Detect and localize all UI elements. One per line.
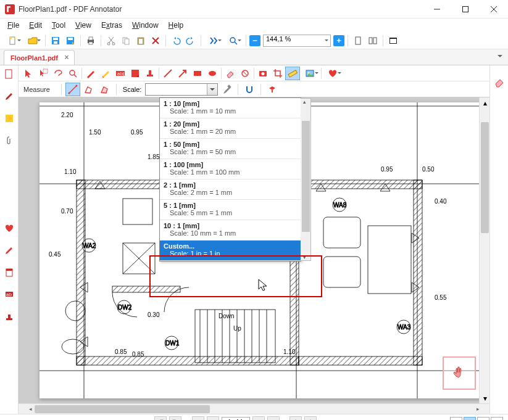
pan-hand-panel[interactable] (443, 356, 476, 390)
close-button[interactable] (480, 0, 508, 19)
sidebar-note-icon[interactable] (3, 112, 15, 125)
menu-view[interactable]: View (70, 20, 96, 31)
menu-help[interactable]: Help (164, 20, 189, 31)
page-thumb-next-button[interactable] (169, 416, 181, 421)
open-button[interactable] (23, 34, 42, 47)
sidebar-document-icon[interactable] (3, 68, 15, 80)
print-button[interactable] (84, 34, 98, 47)
view-single-button[interactable] (450, 417, 462, 421)
lasso-tool[interactable] (51, 67, 65, 80)
scale-option[interactable]: 10 : 1 [mm]Scale: 10 mm = 1 mm (160, 220, 301, 241)
maximize-button[interactable] (451, 0, 480, 19)
next-page-button[interactable] (252, 416, 265, 421)
two-page-button[interactable] (366, 34, 380, 47)
history-forward-button[interactable] (304, 416, 317, 421)
undo-button[interactable] (169, 34, 183, 47)
scroll-up-icon[interactable]: ▴ (480, 97, 489, 108)
note-tool[interactable] (128, 67, 143, 80)
tab-overflow-button[interactable] (496, 53, 504, 62)
sidebar-attachment-icon[interactable] (3, 134, 15, 147)
copy-button[interactable] (119, 34, 133, 47)
view-two-page-button[interactable] (477, 417, 489, 421)
eraser-side-icon[interactable] (494, 76, 505, 89)
scale-option-custom[interactable]: Custom...Scale: 1 in = 1 in (160, 241, 301, 261)
sidebar-text-icon[interactable]: ab (3, 289, 15, 301)
document-viewer[interactable]: 2.20 1.50 0.95 1.85 1.10 0.70 0.45 0.85 … (19, 97, 489, 403)
save-button[interactable] (49, 34, 62, 47)
scale-option[interactable]: 1 : 100 [mm]Scale: 1 mm = 100 mm (160, 159, 301, 179)
delete-button[interactable] (149, 34, 162, 47)
sidebar-stamp-icon[interactable] (3, 311, 15, 323)
highlighter-tool[interactable] (98, 67, 113, 80)
scroll-down-icon[interactable]: ▾ (480, 393, 489, 403)
stamp-tool[interactable] (143, 67, 157, 80)
menu-edit[interactable]: Edit (24, 20, 47, 31)
measure-area-tool[interactable] (98, 83, 112, 96)
redo-button[interactable] (184, 34, 198, 47)
search-button[interactable] (224, 34, 243, 47)
snap-toggle[interactable] (242, 83, 257, 96)
snapshot-tool[interactable] (256, 67, 270, 80)
hscroll-thumb[interactable] (35, 405, 210, 413)
scale-option[interactable]: 1 : 20 [mm]Scale: 1 mm = 20 mm (160, 118, 301, 139)
text-tool[interactable]: ab| (113, 67, 128, 80)
page-thumb-prev-button[interactable] (154, 416, 167, 421)
measure-perimeter-tool[interactable] (81, 83, 96, 96)
new-document-button[interactable] (4, 34, 22, 47)
image-tool[interactable] (300, 67, 320, 80)
prev-page-button[interactable] (207, 416, 219, 421)
tab-close-icon[interactable]: × (63, 54, 70, 61)
view-grid-button[interactable] (491, 417, 503, 421)
scale-option[interactable]: 2 : 1 [mm]Scale: 2 mm = 1 mm (160, 179, 301, 200)
scale-dropdown[interactable]: 1 : 10 [mm]Scale: 1 mm = 10 mm 1 : 20 [m… (159, 97, 301, 261)
find-button[interactable] (204, 34, 223, 47)
menu-extras[interactable]: Extras (96, 20, 127, 31)
scale-option[interactable]: 1 : 50 [mm]Scale: 1 mm = 50 mm (160, 139, 301, 159)
select-area-tool[interactable] (36, 67, 51, 80)
scale-option[interactable]: 1 : 10 [mm]Scale: 1 mm = 10 mm (160, 98, 301, 118)
view-continuous-button[interactable] (464, 417, 476, 421)
menu-window[interactable]: Window (127, 20, 164, 31)
sidebar-marker-icon[interactable] (3, 244, 15, 257)
scale-option[interactable]: 5 : 1 [mm]Scale: 5 mm = 1 mm (160, 200, 301, 220)
line-tool[interactable] (160, 67, 175, 80)
measure-tool[interactable] (285, 67, 300, 80)
single-page-button[interactable] (351, 34, 365, 47)
scroll-left-icon[interactable]: ◂ (27, 406, 33, 412)
save-as-button[interactable] (64, 34, 77, 47)
pen-tool[interactable] (83, 67, 98, 80)
scale-combo[interactable] (145, 83, 218, 96)
vertical-scrollbar[interactable]: ▴ ▾ (479, 97, 489, 403)
first-page-button[interactable] (192, 416, 204, 421)
menu-tool[interactable]: Tool (47, 20, 70, 31)
horizontal-scrollbar[interactable]: ◂ ▸ (19, 403, 489, 414)
ellipse-tool[interactable] (205, 67, 220, 80)
scale-settings-button[interactable] (219, 83, 234, 96)
select-tool[interactable] (21, 67, 36, 80)
arrow-tool[interactable] (175, 67, 190, 80)
favorites-tool[interactable] (323, 67, 343, 80)
sidebar-page-red-icon[interactable] (3, 266, 15, 279)
zoom-combo[interactable]: 144,1 % (263, 35, 331, 47)
history-back-button[interactable] (289, 416, 302, 421)
sidebar-heart-icon[interactable] (3, 222, 15, 234)
sidebar-pencil-icon[interactable] (3, 90, 15, 102)
dropdown-scrollbar[interactable] (301, 98, 311, 261)
measure-distance-tool[interactable] (65, 83, 80, 96)
menu-file[interactable]: File (2, 20, 24, 31)
fullscreen-button[interactable] (386, 34, 400, 47)
tab-document[interactable]: FloorPlan1.pdf × (4, 50, 75, 65)
last-page-button[interactable] (267, 416, 280, 421)
crop-tool[interactable] (270, 67, 285, 80)
cut-button[interactable] (104, 34, 118, 47)
eraser-tool[interactable] (223, 67, 238, 80)
scroll-right-icon[interactable]: ▸ (475, 406, 481, 412)
zoom-out-button[interactable]: − (249, 35, 260, 46)
erase-area-tool[interactable] (238, 67, 252, 80)
zoom-tool[interactable] (65, 67, 80, 80)
rectangle-tool[interactable] (190, 67, 205, 80)
scroll-thumb[interactable] (481, 122, 489, 233)
zoom-in-button[interactable]: + (333, 35, 344, 46)
page-indicator[interactable]: 1 of 1 (222, 417, 250, 421)
paste-button[interactable] (134, 34, 148, 47)
